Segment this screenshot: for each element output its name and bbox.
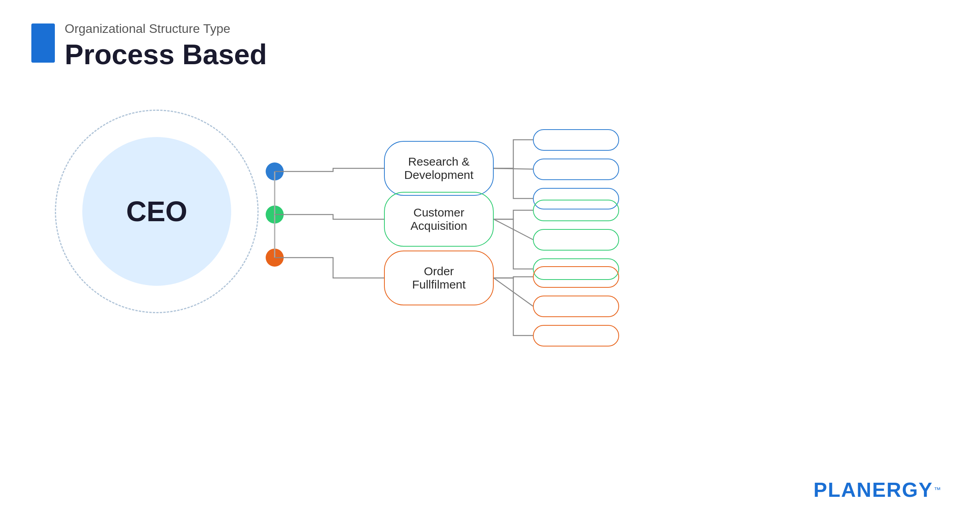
dot-blue [266, 162, 284, 180]
sub-box-rd-1 [533, 129, 619, 151]
sub-box-of-2 [533, 296, 619, 317]
subtitle: Organizational Structure Type [65, 22, 267, 36]
diagram-area: CEO Research [31, 86, 940, 478]
dept-research-development: Research &Development [384, 141, 494, 196]
dept-order-fulfillment: OrderFullfilment [384, 251, 494, 305]
sub-box-of-3 [533, 325, 619, 346]
accent-bar [31, 23, 55, 63]
dot-green [266, 206, 284, 224]
sub-box-ca-1 [533, 200, 619, 221]
planergy-tm: ™ [934, 486, 941, 494]
ceo-label: CEO [126, 195, 187, 227]
page-title: Process Based [65, 38, 267, 70]
dot-orange [266, 249, 284, 267]
sub-box-ca-2 [533, 229, 619, 251]
sub-box-rd-2 [533, 159, 619, 180]
planergy-text: PLANERGY [813, 478, 933, 502]
dept-customer-acquisition: CustomerAcquisition [384, 192, 494, 247]
svg-line-3 [494, 278, 533, 306]
header-section: Organizational Structure Type Process Ba… [65, 22, 267, 70]
svg-line-1 [494, 168, 533, 169]
planergy-logo: PLANERGY™ [813, 478, 941, 502]
sub-box-of-1 [533, 266, 619, 288]
ceo-inner-circle: CEO [82, 137, 231, 286]
svg-line-2 [494, 219, 533, 240]
